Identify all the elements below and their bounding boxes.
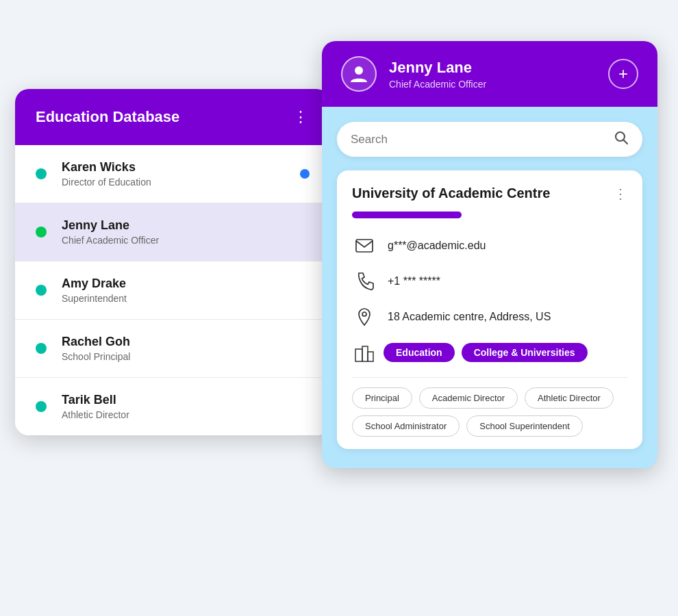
left-panel: Education Database ⋮ Karen WicksDirector… (15, 89, 330, 435)
tags-row: Education College & Universities (352, 340, 627, 365)
left-menu-dots[interactable]: ⋮ (293, 108, 310, 126)
contact-name: Rachel Goh (62, 335, 130, 349)
location-icon (352, 305, 377, 329)
tag-college[interactable]: College & Universities (462, 343, 588, 362)
card-header: University of Academic Centre ⋮ (352, 185, 627, 202)
role-tag[interactable]: Athletic Director (525, 387, 614, 409)
contact-role: School Principal (62, 351, 130, 362)
address-row: 18 Academic centre, Address, US (352, 305, 627, 329)
right-header-info: Jenny Lane Chief Academic Officer (389, 59, 486, 90)
role-tag[interactable]: Principal (352, 387, 412, 409)
contact-role: Superintendent (62, 293, 127, 304)
svg-rect-7 (368, 352, 373, 361)
left-panel-title: Education Database (36, 108, 179, 126)
phone-text: +1 *** ***** (388, 275, 440, 287)
contact-name: Jenny Lane (62, 218, 159, 233)
contact-info: Amy DrakeSuperintendent (62, 277, 127, 304)
svg-rect-5 (355, 349, 362, 361)
search-input[interactable] (351, 133, 614, 146)
roles-row: PrincipalAcademic DirectorAthletic Direc… (352, 387, 627, 437)
person-name: Jenny Lane (389, 59, 486, 77)
contact-item[interactable]: Jenny LaneChief Academic Officer (15, 203, 330, 261)
left-header: Education Database ⋮ (15, 89, 330, 145)
contact-list: Karen WicksDirector of EducationJenny La… (15, 145, 330, 435)
avatar (341, 56, 377, 92)
email-text: g***@academic.edu (388, 240, 486, 252)
phone-icon (352, 269, 377, 294)
right-panel: Jenny Lane Chief Academic Officer + Univ… (322, 41, 657, 468)
contact-name: Karen Wicks (62, 160, 151, 175)
email-row: g***@academic.edu (352, 233, 627, 258)
status-dot (36, 168, 47, 179)
contact-info: Jenny LaneChief Academic Officer (62, 218, 159, 246)
contact-info: Rachel GohSchool Principal (62, 335, 130, 362)
purple-bar (352, 211, 462, 218)
email-icon (352, 233, 377, 258)
role-tag[interactable]: School Administrator (352, 415, 460, 437)
card-title: University of Academic Centre (352, 185, 550, 201)
role-tag[interactable]: School Superintendent (466, 415, 583, 437)
right-content: University of Academic Centre ⋮ g***@aca… (322, 107, 657, 468)
contact-info: Tarik BellAthletic Director (62, 393, 129, 420)
industry-icon (352, 340, 377, 365)
role-tag[interactable]: Academic Director (419, 387, 518, 409)
contact-item[interactable]: Rachel GohSchool Principal (15, 320, 330, 378)
status-dot (36, 401, 47, 412)
contact-role: Director of Education (62, 177, 151, 188)
status-dot (36, 343, 47, 354)
right-header: Jenny Lane Chief Academic Officer + (322, 41, 657, 107)
contact-item[interactable]: Amy DrakeSuperintendent (15, 261, 330, 320)
contact-role: Athletic Director (62, 409, 129, 420)
contact-name: Tarik Bell (62, 393, 129, 407)
search-icon[interactable] (614, 130, 629, 149)
divider (352, 377, 627, 378)
add-button[interactable]: + (608, 59, 638, 89)
status-dot (36, 227, 47, 238)
tag-education[interactable]: Education (384, 343, 455, 362)
svg-line-2 (624, 140, 628, 144)
svg-point-4 (362, 312, 366, 316)
person-role: Chief Academic Officer (389, 79, 486, 90)
right-header-left: Jenny Lane Chief Academic Officer (341, 56, 486, 92)
contact-role: Chief Academic Officer (62, 235, 159, 246)
contact-name: Amy Drake (62, 277, 127, 291)
contact-info: Karen WicksDirector of Education (62, 160, 151, 188)
contact-item[interactable]: Tarik BellAthletic Director (15, 378, 330, 435)
card-menu-dots[interactable]: ⋮ (614, 185, 627, 202)
status-dot (36, 285, 47, 296)
address-text: 18 Academic centre, Address, US (388, 311, 551, 323)
svg-rect-6 (362, 346, 368, 361)
search-bar (337, 122, 642, 157)
person-icon (348, 63, 370, 85)
svg-rect-3 (356, 240, 373, 252)
contact-item[interactable]: Karen WicksDirector of Education (15, 145, 330, 203)
phone-row: +1 *** ***** (352, 269, 627, 294)
detail-card: University of Academic Centre ⋮ g***@aca… (337, 170, 642, 449)
notification-dot (300, 169, 310, 179)
svg-point-0 (355, 66, 363, 75)
